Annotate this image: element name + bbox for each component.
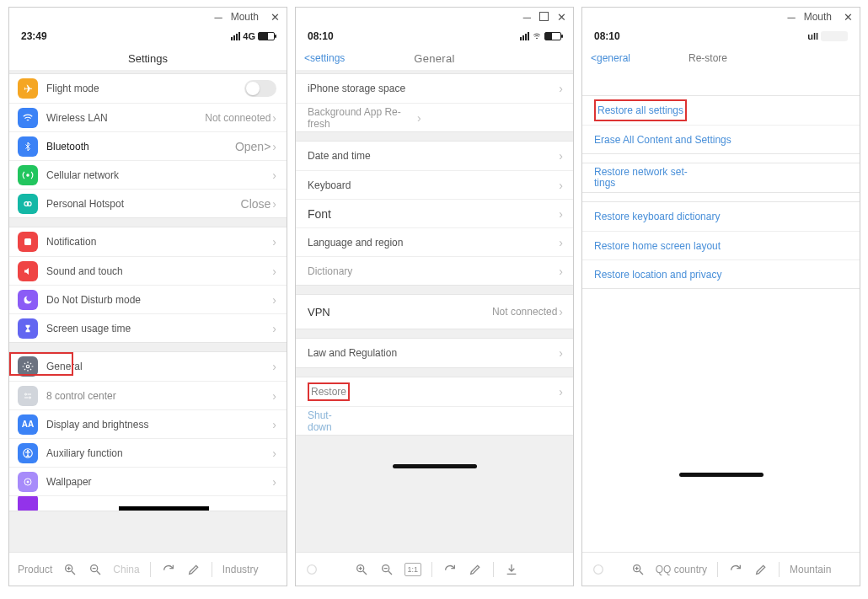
home-indicator[interactable] xyxy=(393,464,477,468)
zoom-in-icon[interactable] xyxy=(630,562,646,577)
circle-icon[interactable] xyxy=(304,562,319,577)
row-restore-kb[interactable]: Restore keyboard dictionary xyxy=(582,202,860,231)
kb-label: Keyboard xyxy=(308,179,559,191)
row-cellular[interactable]: Cellular network › xyxy=(9,160,287,189)
row-wallpaper[interactable]: Wallpaper › xyxy=(9,467,287,495)
tool-china[interactable]: China xyxy=(113,564,139,575)
hotspot-icon xyxy=(18,194,38,214)
tool-industry[interactable]: Industry xyxy=(222,564,259,575)
row-cut xyxy=(9,495,287,511)
row-sound[interactable]: Sound and touch › xyxy=(9,256,287,285)
row-screentime[interactable]: Screen usage time › xyxy=(9,313,287,342)
separator xyxy=(431,562,432,577)
status-bar-3: 08:10 ull xyxy=(582,26,860,46)
settings-scroll[interactable]: ✈ Flight mode Wireless LAN Not conneoted… xyxy=(9,70,287,552)
row-flight-mode[interactable]: ✈ Flight mode xyxy=(9,74,287,103)
pencil-icon[interactable] xyxy=(468,562,483,577)
restore-scroll[interactable]: Restore all settings Erase All Content a… xyxy=(582,70,860,552)
circle-icon[interactable] xyxy=(591,562,606,577)
rotate-icon[interactable] xyxy=(728,562,743,577)
close-icon[interactable]: ✕ xyxy=(844,11,853,24)
net-label: Restore network set-tings xyxy=(594,167,704,189)
row-restore-home[interactable]: Restore home screen layout xyxy=(582,231,860,259)
chevron-right-icon: › xyxy=(272,197,276,211)
row-dict[interactable]: Dictionary › xyxy=(296,256,573,285)
chevron-right-icon: › xyxy=(559,346,563,360)
row-aux[interactable]: Auxiliary function › xyxy=(9,438,287,467)
general-scroll[interactable]: iPhone storage space › Background App Re… xyxy=(296,70,573,552)
toolbar-2: 1:1 xyxy=(296,552,573,586)
rotate-icon[interactable] xyxy=(442,562,458,577)
rotate-icon[interactable] xyxy=(161,562,176,577)
row-date[interactable]: Date and time › xyxy=(296,142,573,170)
minimize-icon[interactable]: ─ xyxy=(523,11,531,24)
minimize-icon[interactable]: ─ xyxy=(214,11,222,24)
svg-rect-3 xyxy=(24,238,31,245)
group-restore-1: Restore all settings Erase All Content a… xyxy=(582,95,860,154)
titlebar-2: ─ ✕ xyxy=(296,8,573,26)
maximize-icon[interactable] xyxy=(539,11,549,24)
zoom-out-icon[interactable] xyxy=(88,562,103,577)
row-wlan[interactable]: Wireless LAN Not conneoted › xyxy=(9,103,287,131)
gear-icon xyxy=(18,356,38,377)
chevron-right-icon: › xyxy=(559,82,563,95)
svg-point-17 xyxy=(594,564,603,574)
row-restore-network[interactable]: Restore network set-tings xyxy=(582,163,860,192)
zoom-out-icon[interactable] xyxy=(379,562,394,577)
chevron-right-icon: › xyxy=(272,265,276,278)
chevron-right-icon: › xyxy=(272,293,276,307)
back-settings[interactable]: <settings xyxy=(304,52,345,64)
flight-toggle[interactable] xyxy=(244,80,276,97)
titlebar-1: ─ Mouth ✕ xyxy=(9,8,287,26)
control-icon xyxy=(18,386,38,406)
row-general[interactable]: General › xyxy=(9,352,287,381)
chevron-right-icon: › xyxy=(559,179,563,192)
group-restore: Restore › Shut-down xyxy=(296,377,573,436)
highlight-restore-all: Restore all settings xyxy=(594,99,687,121)
network-label: 4G xyxy=(243,31,255,41)
row-hotspot[interactable]: Personal Hotspot Close › xyxy=(9,189,287,217)
group-locale: Date and time › Keyboard › Font › Langua… xyxy=(296,141,573,286)
download-icon[interactable] xyxy=(504,562,519,577)
home-indicator[interactable] xyxy=(679,473,764,477)
row-bg-refresh[interactable]: Background App Re-fresh › xyxy=(296,103,573,131)
row-lang[interactable]: Language and region › xyxy=(296,227,573,256)
back-general[interactable]: <general xyxy=(591,52,630,64)
close-icon[interactable]: ✕ xyxy=(271,11,280,24)
row-dnd[interactable]: Do Not Disturb mode › xyxy=(9,285,287,313)
row-font[interactable]: Font › xyxy=(296,199,573,227)
bt-label: Bluetooth xyxy=(46,141,235,152)
tool-qq[interactable]: QQ country xyxy=(656,564,707,575)
row-notification[interactable]: Notification › xyxy=(9,227,287,256)
status-bar-1: 23:49 4G xyxy=(9,26,287,46)
pencil-icon[interactable] xyxy=(186,562,201,577)
restore-label: Restore xyxy=(308,382,559,401)
zoom-in-icon[interactable] xyxy=(354,562,369,577)
group-connectivity: ✈ Flight mode Wireless LAN Not conneoted… xyxy=(9,73,287,218)
row-storage[interactable]: iPhone storage space › xyxy=(296,74,573,103)
chevron-right-icon: › xyxy=(559,305,563,318)
row-restore[interactable]: Restore › xyxy=(296,377,573,406)
row-bluetooth[interactable]: Bluetooth Open> › xyxy=(9,131,287,160)
row-shutdown[interactable]: Shut-down xyxy=(296,406,573,435)
tool-mountain[interactable]: Mountain xyxy=(790,564,831,575)
row-erase-all[interactable]: Erase All Content and Settings xyxy=(582,125,860,153)
minimize-icon[interactable]: ─ xyxy=(787,11,795,24)
black-bar xyxy=(119,506,209,511)
clock-2: 08:10 xyxy=(308,30,334,42)
row-vpn[interactable]: VPN Not connected › xyxy=(296,295,573,329)
row-keyboard[interactable]: Keyboard › xyxy=(296,170,573,199)
hourglass-icon xyxy=(18,318,38,339)
bg-label: Background App Re-fresh xyxy=(308,106,417,130)
pencil-icon[interactable] xyxy=(753,562,769,577)
tool-product[interactable]: Product xyxy=(18,564,52,575)
row-restore-all[interactable]: Restore all settings xyxy=(582,96,860,125)
general-label: General xyxy=(46,361,272,372)
zoom-in-icon[interactable] xyxy=(62,562,78,577)
scale-icon[interactable]: 1:1 xyxy=(405,563,421,576)
row-law[interactable]: Law and Regulation › xyxy=(296,339,573,367)
row-control-center[interactable]: 8 control center › xyxy=(9,381,287,409)
row-restore-location[interactable]: Restore location and privacy xyxy=(582,259,860,288)
row-display[interactable]: AA Display and brightness › xyxy=(9,409,287,438)
close-icon[interactable]: ✕ xyxy=(557,11,566,24)
